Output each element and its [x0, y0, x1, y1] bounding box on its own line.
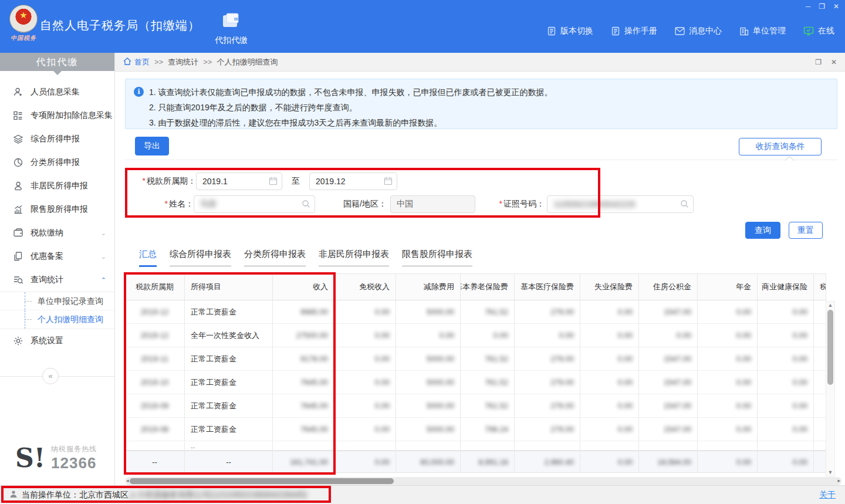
vertical-scrollbar[interactable]: ▲ ▼	[826, 301, 835, 476]
table-header: 税款所属期所得项目收入免税收入减除费用基本养老保险费基本医疗保险费失业保险费住房…	[125, 273, 826, 300]
horizontal-scroll-thumb[interactable]	[130, 478, 394, 484]
scroll-down-arrow[interactable]: ▼	[826, 469, 834, 475]
sidebar-collapse-button[interactable]: «	[42, 368, 59, 384]
scroll-up-arrow[interactable]: ▲	[826, 302, 834, 308]
close-button[interactable]: ✕	[833, 2, 839, 11]
collapse-query-button[interactable]: 收折查询条件	[739, 138, 822, 155]
document-icon	[611, 26, 620, 36]
tab-restricted-shares[interactable]: 限售股所得申报表	[402, 249, 472, 267]
chevron-down-icon: ⌄	[101, 253, 106, 261]
table-cell: 税	[814, 273, 826, 300]
id-input[interactable]: 110506219993042229	[547, 195, 694, 213]
current-unit-redacted: 人力资源服务有限公司(12110502199304228445)	[129, 490, 307, 500]
notice-line-2: 2. 只能查询2019年及之后的数据，不能进行跨年度查询。	[149, 100, 829, 115]
menu-manual[interactable]: 操作手册	[611, 26, 657, 36]
table-cell: --	[125, 451, 185, 473]
table-cell: 正常工资薪金	[185, 418, 273, 441]
sidebar-item-tax-payment[interactable]: 税款缴纳 ⌄	[0, 221, 114, 245]
search-icon[interactable]	[680, 199, 689, 210]
sidebar-menu: 人员信息采集 专项附加扣除信息采集 综合所得申报 分类所得申报 非居民所得申报 …	[0, 80, 114, 384]
menu-message-center[interactable]: 消息中心	[675, 26, 722, 36]
table-row[interactable]: 2019-11正常工资薪金9178.000.005000.00761.52279…	[125, 347, 826, 371]
building-icon	[739, 27, 749, 36]
module-tab-withholding[interactable]: 代扣代缴	[204, 9, 258, 53]
calendar-icon[interactable]	[384, 177, 393, 187]
sidebar-item-special-deduction[interactable]: 专项附加扣除信息采集	[0, 104, 114, 127]
table-row[interactable]: 2019-12正常工资薪金9985.000.005000.00761.52279…	[125, 300, 826, 324]
table-cell	[273, 441, 334, 451]
sidebar-collapse-row: «	[0, 368, 114, 384]
tab-summary[interactable]: 汇总	[139, 249, 157, 267]
table-cell	[515, 441, 580, 451]
tab-comprehensive-income[interactable]: 综合所得申报表	[170, 249, 231, 267]
table-cell: 0.00	[758, 418, 814, 441]
table-cell: 正常工资薪金	[185, 300, 273, 324]
table-partial-row: ..	[125, 441, 826, 451]
table-cell: 0.00	[334, 371, 396, 394]
current-unit-label: 当前操作单位：	[22, 490, 79, 500]
list-icon	[13, 110, 23, 121]
scroll-right-arrow[interactable]: ▸	[837, 478, 840, 483]
table-cell: 0.00	[334, 418, 396, 441]
mail-icon	[675, 27, 685, 35]
sidebar-item-personnel-info[interactable]: 人员信息采集	[0, 80, 114, 104]
calendar-icon[interactable]	[269, 177, 278, 187]
period-to-input[interactable]: 2019.12	[309, 172, 397, 190]
search-icon[interactable]	[302, 199, 310, 210]
sidebar-item-preferential-filing[interactable]: 优惠备案 ⌄	[0, 245, 114, 268]
table-row[interactable]: 2019-10正常工资薪金7645.000.005000.00761.52279…	[125, 371, 826, 394]
scroll-left-arrow[interactable]: ◂	[126, 478, 129, 483]
table-row[interactable]: 2019-12全年一次性奖金收入27500.000.000.000.000.00…	[125, 324, 826, 347]
table-cell	[814, 371, 826, 394]
horizontal-scrollbar[interactable]: ◂ ▸	[125, 477, 841, 485]
table-cell: 2019-11	[125, 347, 185, 371]
table-cell: 0.00	[698, 347, 758, 371]
pane-close-button[interactable]: ✕	[831, 58, 837, 66]
tab-nonresident-income[interactable]: 非居民所得申报表	[319, 249, 389, 267]
app-title: 自然人电子税务局（扣缴端）	[40, 18, 200, 33]
table-cell: 0.00	[758, 324, 814, 347]
table-cell: 1547.00	[639, 347, 698, 371]
about-link[interactable]: 关于	[819, 490, 836, 500]
sidebar-item-query-statistics[interactable]: 查询统计 ⌃	[0, 268, 114, 292]
pane-maximize-button[interactable]: ❐	[815, 58, 822, 66]
menu-unit-management[interactable]: 单位管理	[739, 26, 786, 36]
minimize-button[interactable]: ─	[806, 2, 811, 11]
sidebar-item-restricted-shares[interactable]: 限售股所得申报	[0, 198, 114, 221]
name-input[interactable]: 马蓉	[194, 195, 315, 213]
period-from-input[interactable]: 2019.1	[196, 172, 282, 190]
table-row[interactable]: 2019-09正常工资薪金7645.000.005000.00761.52279…	[125, 394, 826, 418]
nation-label: 国籍/地区：	[326, 199, 387, 209]
sidebar-subitem-personal-withholding-query[interactable]: 个人扣缴明细查询	[0, 310, 114, 329]
query-button[interactable]: 查询	[745, 222, 780, 239]
reset-button[interactable]: 重置	[789, 222, 823, 239]
sidebar-item-classified-income[interactable]: 分类所得申报	[0, 151, 114, 174]
table-cell: 8,991.16	[461, 451, 515, 473]
menu-version-switch[interactable]: 版本切换	[547, 26, 593, 36]
export-button[interactable]: 导出	[135, 137, 169, 155]
table-cell	[814, 300, 826, 324]
breadcrumb-separator: >>	[203, 57, 212, 66]
table-cell	[125, 441, 185, 451]
id-label: *证照号码：	[488, 199, 545, 209]
sidebar-item-system-settings[interactable]: 系统设置	[0, 329, 114, 353]
sidebar-item-nonresident-income[interactable]: 非居民所得申报	[0, 174, 114, 198]
table-cell: 7645.00	[273, 371, 334, 394]
sidebar-item-comprehensive-income[interactable]: 综合所得申报	[0, 127, 114, 151]
table-cell: 基本医疗保险费	[515, 273, 580, 300]
pie-chart-icon	[13, 157, 23, 168]
layers-icon	[13, 134, 23, 144]
table-cell: 60,000.00	[396, 451, 461, 473]
sidebar-subitem-unit-declaration-query[interactable]: 单位申报记录查询	[0, 292, 114, 310]
table-cell	[814, 394, 826, 418]
breadcrumb-home[interactable]: 首页	[123, 57, 150, 67]
status-bar: 当前操作单位： 北京市西城区 人力资源服务有限公司(12110502199304…	[0, 485, 845, 504]
table-cell: 0.00	[334, 347, 396, 371]
tab-classified-income[interactable]: 分类所得申报表	[244, 249, 306, 267]
table-cell: 0.00	[698, 394, 758, 418]
table-row[interactable]: 2019-08正常工资薪金7645.000.005000.00798.24279…	[125, 418, 826, 441]
maximize-button[interactable]: ❐	[819, 2, 825, 11]
table-cell	[758, 441, 814, 451]
breadcrumb-level1[interactable]: 查询统计	[168, 57, 198, 67]
vertical-scroll-thumb[interactable]	[827, 310, 833, 385]
